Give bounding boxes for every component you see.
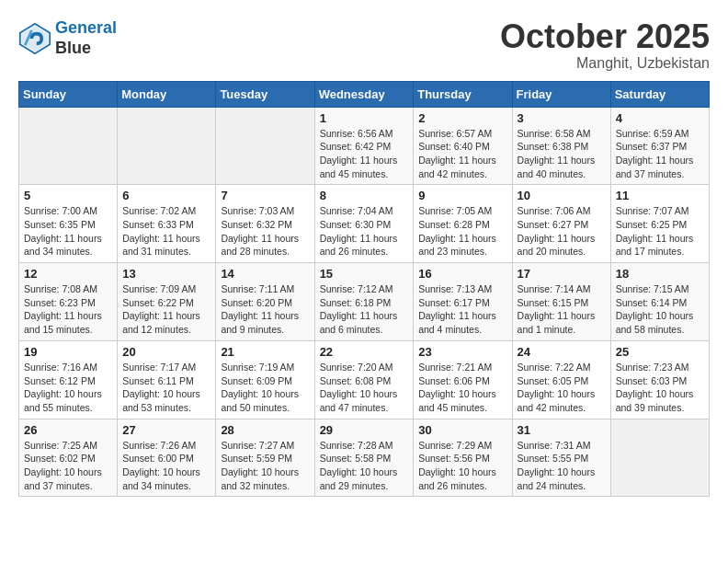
day-number: 14: [221, 267, 309, 281]
day-info: Sunrise: 7:06 AM Sunset: 6:27 PM Dayligh…: [518, 204, 606, 259]
sunrise-text: Sunrise: 7:14 AM: [518, 283, 591, 294]
daylight-text: Daylight: 10 hours and 42 minutes.: [518, 388, 596, 413]
sunrise-text: Sunrise: 7:31 AM: [518, 440, 591, 451]
day-number: 5: [24, 189, 112, 202]
calendar-cell: 28 Sunrise: 7:27 AM Sunset: 5:59 PM Dayl…: [216, 419, 314, 497]
sunset-text: Sunset: 6:12 PM: [24, 375, 96, 386]
col-thursday: Thursday: [414, 81, 512, 107]
logo: General Blue: [18, 18, 117, 58]
calendar-cell: 7 Sunrise: 7:03 AM Sunset: 6:32 PM Dayli…: [216, 185, 314, 263]
sunrise-text: Sunrise: 7:03 AM: [221, 205, 294, 216]
day-number: 31: [518, 423, 606, 437]
daylight-text: Daylight: 11 hours and 17 minutes.: [616, 233, 694, 258]
sunset-text: Sunset: 6:02 PM: [24, 453, 96, 464]
sunrise-text: Sunrise: 7:04 AM: [320, 205, 393, 216]
sunset-text: Sunset: 6:05 PM: [518, 375, 589, 386]
logo-line2: Blue: [55, 39, 117, 59]
daylight-text: Daylight: 10 hours and 45 minutes.: [418, 388, 496, 413]
calendar-cell: 17 Sunrise: 7:14 AM Sunset: 6:15 PM Dayl…: [512, 263, 610, 341]
daylight-text: Daylight: 10 hours and 58 minutes.: [616, 310, 694, 335]
day-number: 1: [320, 111, 409, 125]
sunset-text: Sunset: 6:27 PM: [518, 219, 589, 230]
daylight-text: Daylight: 10 hours and 26 minutes.: [418, 466, 496, 491]
sunset-text: Sunset: 6:03 PM: [616, 375, 688, 386]
sunrise-text: Sunrise: 7:06 AM: [518, 205, 591, 216]
day-number: 15: [320, 267, 409, 281]
col-friday: Friday: [512, 81, 610, 107]
sunset-text: Sunset: 6:25 PM: [616, 219, 688, 230]
day-info: Sunrise: 7:02 AM Sunset: 6:33 PM Dayligh…: [122, 204, 210, 259]
day-info: Sunrise: 6:59 AM Sunset: 6:37 PM Dayligh…: [616, 127, 704, 181]
day-number: 18: [616, 267, 704, 281]
col-tuesday: Tuesday: [216, 81, 314, 107]
calendar-cell: 5 Sunrise: 7:00 AM Sunset: 6:35 PM Dayli…: [19, 185, 118, 263]
sunrise-text: Sunrise: 6:58 AM: [518, 128, 591, 139]
day-number: 21: [221, 345, 309, 359]
sunset-text: Sunset: 6:09 PM: [221, 375, 292, 386]
sunset-text: Sunset: 5:55 PM: [518, 453, 589, 464]
sunrise-text: Sunrise: 7:25 AM: [24, 440, 97, 451]
daylight-text: Daylight: 10 hours and 29 minutes.: [320, 466, 398, 491]
daylight-text: Daylight: 10 hours and 34 minutes.: [122, 466, 200, 491]
logo-icon: [18, 22, 51, 55]
calendar-cell: 29 Sunrise: 7:28 AM Sunset: 5:58 PM Dayl…: [314, 419, 414, 497]
day-number: 8: [320, 189, 409, 202]
daylight-text: Daylight: 11 hours and 4 minutes.: [418, 310, 496, 335]
day-number: 19: [24, 345, 112, 359]
calendar-cell: 21 Sunrise: 7:19 AM Sunset: 6:09 PM Dayl…: [216, 340, 314, 419]
sunrise-text: Sunrise: 7:26 AM: [122, 440, 196, 451]
sunrise-text: Sunrise: 7:28 AM: [320, 440, 393, 451]
sunset-text: Sunset: 6:08 PM: [320, 375, 392, 386]
sunset-text: Sunset: 6:17 PM: [418, 297, 490, 308]
daylight-text: Daylight: 11 hours and 1 minute.: [518, 310, 596, 335]
calendar-week-2: 5 Sunrise: 7:00 AM Sunset: 6:35 PM Dayli…: [19, 185, 710, 263]
calendar-cell: 12 Sunrise: 7:08 AM Sunset: 6:23 PM Dayl…: [19, 263, 118, 341]
calendar-cell: 22 Sunrise: 7:20 AM Sunset: 6:08 PM Dayl…: [314, 340, 414, 419]
daylight-text: Daylight: 11 hours and 31 minutes.: [122, 233, 200, 258]
calendar-cell: 10 Sunrise: 7:06 AM Sunset: 6:27 PM Dayl…: [512, 185, 610, 263]
day-number: 7: [221, 189, 309, 202]
day-number: 20: [122, 345, 210, 359]
calendar-cell: 23 Sunrise: 7:21 AM Sunset: 6:06 PM Dayl…: [414, 340, 512, 419]
day-number: 16: [418, 267, 506, 281]
sunrise-text: Sunrise: 7:11 AM: [221, 283, 294, 294]
sunset-text: Sunset: 6:11 PM: [122, 375, 194, 386]
calendar-cell: 4 Sunrise: 6:59 AM Sunset: 6:37 PM Dayli…: [610, 107, 709, 185]
sunset-text: Sunset: 5:59 PM: [221, 453, 292, 464]
day-info: Sunrise: 6:57 AM Sunset: 6:40 PM Dayligh…: [418, 127, 506, 181]
col-wednesday: Wednesday: [314, 81, 414, 107]
day-number: 28: [221, 423, 309, 437]
day-info: Sunrise: 7:28 AM Sunset: 5:58 PM Dayligh…: [320, 439, 409, 493]
logo-line1: General: [55, 18, 117, 37]
sunset-text: Sunset: 6:37 PM: [616, 141, 688, 152]
sunset-text: Sunset: 6:35 PM: [24, 219, 96, 230]
day-info: Sunrise: 7:04 AM Sunset: 6:30 PM Dayligh…: [320, 204, 409, 259]
daylight-text: Daylight: 10 hours and 39 minutes.: [616, 388, 694, 413]
calendar-week-3: 12 Sunrise: 7:08 AM Sunset: 6:23 PM Dayl…: [19, 263, 710, 341]
day-info: Sunrise: 7:31 AM Sunset: 5:55 PM Dayligh…: [518, 439, 606, 493]
calendar-cell: [610, 419, 709, 497]
day-info: Sunrise: 7:25 AM Sunset: 6:02 PM Dayligh…: [24, 439, 112, 493]
day-info: Sunrise: 7:09 AM Sunset: 6:22 PM Dayligh…: [122, 282, 210, 337]
day-info: Sunrise: 7:29 AM Sunset: 5:56 PM Dayligh…: [418, 439, 506, 493]
calendar-cell: 18 Sunrise: 7:15 AM Sunset: 6:14 PM Dayl…: [610, 263, 709, 341]
daylight-text: Daylight: 10 hours and 55 minutes.: [24, 388, 102, 413]
sunset-text: Sunset: 6:38 PM: [518, 141, 589, 152]
sunrise-text: Sunrise: 6:56 AM: [320, 128, 393, 139]
sunrise-text: Sunrise: 6:57 AM: [418, 128, 492, 139]
day-info: Sunrise: 7:22 AM Sunset: 6:05 PM Dayligh…: [518, 361, 606, 415]
day-info: Sunrise: 7:05 AM Sunset: 6:28 PM Dayligh…: [418, 204, 506, 259]
daylight-text: Daylight: 11 hours and 26 minutes.: [320, 233, 398, 258]
day-number: 27: [122, 423, 210, 437]
sunset-text: Sunset: 6:20 PM: [221, 297, 292, 308]
day-number: 25: [616, 345, 704, 359]
calendar-week-4: 19 Sunrise: 7:16 AM Sunset: 6:12 PM Dayl…: [19, 340, 710, 419]
sunrise-text: Sunrise: 7:13 AM: [418, 283, 492, 294]
sunrise-text: Sunrise: 7:07 AM: [616, 205, 689, 216]
sunset-text: Sunset: 5:58 PM: [320, 453, 392, 464]
day-number: 9: [418, 189, 506, 202]
page-header: General Blue October 2025 Manghit, Uzbek…: [18, 18, 710, 72]
calendar-cell: 24 Sunrise: 7:22 AM Sunset: 6:05 PM Dayl…: [512, 340, 610, 419]
sunrise-text: Sunrise: 7:19 AM: [221, 362, 294, 373]
sunset-text: Sunset: 6:30 PM: [320, 219, 392, 230]
